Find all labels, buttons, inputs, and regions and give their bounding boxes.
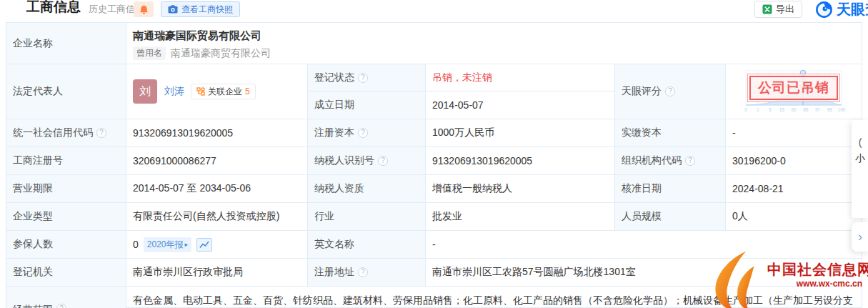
label-business-scope: 经营范围?: [6, 287, 126, 308]
label-company-type: 企业类型: [6, 203, 126, 231]
value-registered-address: 南通市崇川区工农路57号圆融广场北楼1301室: [426, 259, 862, 287]
value-insured-persons: 0 2020年报▸: [126, 231, 308, 259]
page-title: 工商信息: [26, 0, 81, 16]
org-chart-icon: [196, 87, 205, 96]
excel-icon: [762, 4, 772, 14]
help-icon[interactable]: ?: [378, 156, 388, 166]
related-companies-badge[interactable]: 关联企业 5: [191, 84, 256, 99]
side-floating-panel[interactable]: ( 小: [852, 120, 868, 218]
annual-report-badge[interactable]: 2020年报▸: [144, 237, 191, 252]
label-registration-number: 工商注册号: [6, 147, 126, 175]
label-english-name: 英文名称: [308, 231, 426, 259]
legal-representative-link[interactable]: 刘涛: [164, 85, 184, 98]
value-registered-capital: 1000万人民币: [426, 119, 615, 147]
help-icon[interactable]: ?: [358, 73, 368, 83]
label-approval-date: 核准日期: [615, 175, 726, 203]
help-icon[interactable]: ?: [56, 304, 66, 308]
label-registration-status: 登记状态 ?: [308, 64, 426, 91]
label-insured-persons: 参保人数: [6, 231, 126, 259]
value-registration-status: 吊销，未注销: [426, 64, 615, 91]
value-english-name: -: [426, 231, 862, 259]
label-taxpayer-id: 纳税人识别号?: [308, 147, 426, 175]
caret-right-icon: ▸: [185, 241, 189, 248]
bell-icon: [139, 5, 149, 14]
brand-eye-icon: [815, 1, 833, 19]
former-name: 南通瑞豪商贸有限公司: [171, 47, 271, 60]
svg-text:3: 3: [768, 107, 771, 112]
business-info-table: 企业名称 南通瑞豪国际贸易有限公司 曾用名 南通瑞豪商贸有限公司 法定代表人 刘…: [6, 22, 862, 308]
svg-text:0: 0: [744, 107, 747, 112]
related-count: 5: [245, 86, 250, 96]
label-industry: 行业: [308, 203, 426, 231]
value-organization-code: 30196200-0: [726, 147, 862, 175]
help-icon[interactable]: ?: [358, 128, 368, 138]
label-unified-credit-code: 统一社会信用代码?: [6, 119, 126, 147]
camera-icon: [168, 5, 178, 14]
value-establish-date: 2014-05-07: [426, 91, 615, 119]
label-company-name: 企业名称: [6, 23, 126, 64]
export-button[interactable]: 导出: [754, 1, 802, 18]
svg-text:15: 15: [779, 107, 784, 112]
label-establish-date: 成立日期: [308, 91, 426, 119]
view-business-snapshot-button[interactable]: 查看工商快照: [161, 1, 240, 17]
value-industry: 批发业: [426, 203, 615, 231]
notification-bell-button[interactable]: [134, 1, 154, 17]
help-icon[interactable]: ?: [665, 86, 675, 96]
line-chart-glyph: [199, 239, 210, 249]
side-collapse-button[interactable]: ›: [852, 222, 868, 252]
revoked-stamp: 公司已吊销: [747, 74, 840, 102]
svg-text:50: 50: [791, 107, 797, 112]
tianyancha-logo[interactable]: 天眼查: [815, 0, 868, 19]
label-paid-in-capital: 实缴资本: [615, 119, 726, 147]
svg-text:100: 100: [837, 107, 845, 112]
former-name-badge: 曾用名: [133, 46, 166, 60]
label-business-term: 营业期限: [6, 175, 126, 203]
value-business-term: 2014-05-07 至 2034-05-06: [126, 175, 308, 203]
value-staff-size: 0人: [726, 203, 862, 231]
side-panel-fragment: 小: [852, 150, 868, 166]
label-registration-authority: 登记机关: [6, 259, 126, 287]
svg-text:99: 99: [827, 107, 832, 112]
value-company-name: 南通瑞豪国际贸易有限公司 曾用名 南通瑞豪商贸有限公司: [126, 23, 862, 64]
label-organization-code: 组织机构代码?: [615, 147, 726, 175]
label-legal-representative: 法定代表人: [6, 64, 126, 119]
value-approval-date: 2024-08-21: [726, 175, 862, 203]
svg-text:97: 97: [814, 107, 820, 112]
value-taxpayer-id: 913206913019620005: [426, 147, 615, 175]
brand-name: 天眼查: [837, 0, 868, 19]
value-legal-representative: 刘 刘涛 关联企业 5: [126, 64, 308, 119]
svg-text:1: 1: [756, 107, 759, 112]
trend-chart-icon[interactable]: [196, 238, 212, 252]
label-taxpayer-qualification: 纳税人资质: [308, 175, 426, 203]
svg-text:85: 85: [803, 107, 809, 112]
value-unified-credit-code: 913206913019620005: [126, 119, 308, 147]
value-registration-authority: 南通市崇川区行政审批局: [126, 259, 308, 287]
value-taxpayer-qualification: 增值税一般纳税人: [426, 175, 615, 203]
label-registered-address: 注册地址?: [308, 259, 426, 287]
help-icon[interactable]: ?: [96, 128, 106, 138]
side-panel-fragment: (: [852, 134, 868, 150]
value-paid-in-capital: -: [726, 119, 862, 147]
business-info-page: 工商信息 历史工商信息› 查看工商快照 导出 天眼查: [0, 0, 868, 308]
value-tianyan-score: 0 1 3 15 50 85 97 99 100 公司已吊销: [726, 64, 862, 119]
label-registered-capital: 注册资本?: [308, 119, 426, 147]
chevron-right-icon: ›: [858, 229, 862, 244]
value-company-type: 有限责任公司(自然人投资或控股): [126, 203, 308, 231]
company-name: 南通瑞豪国际贸易有限公司: [133, 29, 854, 43]
avatar[interactable]: 刘: [133, 79, 157, 104]
value-registration-number: 320691000086277: [126, 147, 308, 175]
help-icon[interactable]: ?: [685, 156, 695, 166]
value-business-scope: 有色金属、电动工具、五金、百货、针纺织品、建筑材料、劳保用品销售；化工原料、化工…: [126, 287, 862, 308]
label-staff-size: 人员规模: [615, 203, 726, 231]
help-icon[interactable]: ?: [358, 267, 368, 277]
label-tianyan-score: 天眼评分 ?: [615, 64, 726, 119]
